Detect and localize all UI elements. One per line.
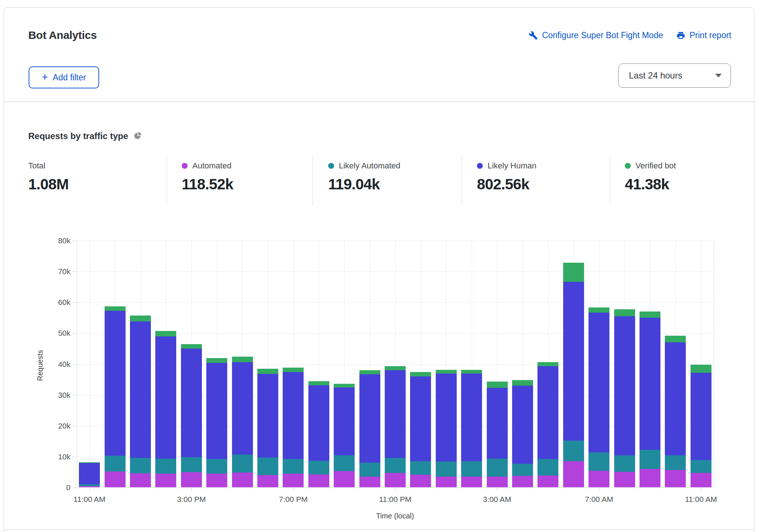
- bar-segment-automated: [640, 469, 660, 487]
- bar-segment-likely-automated: [359, 463, 380, 477]
- bar-segment-verified-bot: [257, 369, 278, 374]
- chart-bar-10-00-pm[interactable]: [359, 370, 380, 487]
- page-title: Bot Analytics: [28, 29, 97, 41]
- bar-segment-likely-human: [512, 386, 533, 464]
- bar-segment-likely-automated: [308, 461, 329, 474]
- bar-segment-automated: [79, 486, 100, 487]
- bar-segment-likely-human: [79, 463, 100, 484]
- bar-segment-verified-bot: [410, 372, 431, 376]
- chart-bar-9-00-pm[interactable]: [334, 384, 355, 487]
- bar-segment-likely-human: [410, 376, 431, 461]
- bar-segment-verified-bot: [130, 316, 151, 321]
- bar-segment-automated: [665, 470, 686, 487]
- stat-value-total: 1.08M: [28, 176, 69, 193]
- y-tick: [72, 333, 77, 334]
- chart-bar-12-00-am[interactable]: [410, 372, 431, 487]
- stat-verified-bot[interactable]: Verified bot41.38k: [625, 161, 676, 193]
- print-report-link[interactable]: Print report: [676, 30, 731, 40]
- bar-segment-likely-human: [385, 370, 406, 458]
- bar-segment-likely-automated: [130, 458, 151, 473]
- stat-automated[interactable]: Automated118.52k: [182, 161, 233, 193]
- x-tick-label: 11:00 AM: [685, 495, 717, 504]
- bar-segment-likely-automated: [105, 456, 126, 471]
- bar-segment-likely-human: [334, 387, 355, 455]
- chart-bar-6-00-pm[interactable]: [257, 369, 278, 487]
- y-tick-label: 50k: [58, 329, 70, 338]
- chart-bar-3-00-am[interactable]: [487, 382, 508, 487]
- bar-segment-likely-human: [232, 362, 253, 455]
- x-tick-label: 11:00 AM: [73, 495, 105, 504]
- bar-segment-likely-human: [181, 349, 202, 457]
- chart-bar-1-00-am[interactable]: [436, 370, 457, 487]
- chart-bar-7-00-pm[interactable]: [283, 368, 304, 487]
- bar-segment-verified-bot: [588, 307, 609, 312]
- chart-bar-11-00-am[interactable]: [691, 365, 711, 487]
- stat-likely-automated[interactable]: Likely Automated119.04k: [328, 161, 401, 193]
- y-tick-label: 30k: [58, 391, 70, 400]
- stat-value-likely-human: 802.56k: [477, 176, 536, 193]
- stat-label-verified-bot: Verified bot: [635, 161, 676, 171]
- chart-bar-8-00-am[interactable]: [614, 309, 635, 487]
- chart-bar-11-00-pm[interactable]: [385, 366, 406, 487]
- bar-segment-verified-bot: [614, 309, 635, 316]
- bar-segment-likely-human: [665, 342, 686, 455]
- bar-segment-likely-human: [105, 311, 126, 456]
- bar-segment-automated: [232, 473, 253, 487]
- bar-segment-verified-bot: [181, 344, 202, 349]
- bar-segment-likely-automated: [512, 464, 533, 476]
- configure-super-bot-fight-mode-link[interactable]: Configure Super Bot Fight Mode: [529, 30, 663, 40]
- stat-likely-human[interactable]: Likely Human802.56k: [477, 161, 536, 193]
- bar-segment-likely-automated: [155, 459, 176, 474]
- bar-segment-likely-automated: [665, 455, 686, 470]
- chart-bar-2-00-am[interactable]: [461, 370, 482, 487]
- bar-segment-verified-bot: [359, 370, 380, 374]
- bar-segment-likely-automated: [410, 461, 431, 475]
- configure-link-label: Configure Super Bot Fight Mode: [542, 30, 663, 40]
- bar-segment-verified-bot: [206, 358, 227, 363]
- stat-divider: [312, 154, 313, 206]
- bar-segment-likely-human: [436, 374, 457, 462]
- print-link-label: Print report: [689, 30, 731, 40]
- chart-bar-6-00-am[interactable]: [563, 263, 584, 487]
- bar-segment-likely-automated: [537, 459, 558, 475]
- y-tick-label: 10k: [58, 452, 70, 461]
- plot-edge: [77, 241, 77, 488]
- chart-bar-4-00-am[interactable]: [512, 380, 533, 487]
- bar-segment-verified-bot: [232, 357, 253, 362]
- chart-bar-3-00-pm[interactable]: [181, 344, 202, 487]
- bar-segment-likely-automated: [563, 441, 584, 461]
- bar-segment-verified-bot: [665, 336, 686, 342]
- chart-bar-9-00-am[interactable]: [640, 311, 660, 487]
- time-range-select[interactable]: Last 24 hours: [618, 63, 731, 88]
- chart-bar-4-00-pm[interactable]: [206, 358, 227, 487]
- chart-bar-5-00-pm[interactable]: [232, 357, 253, 487]
- gridline-v: [90, 241, 90, 488]
- x-tick-label: 3:00 PM: [177, 495, 206, 504]
- chart-bar-1-00-pm[interactable]: [130, 316, 151, 487]
- add-filter-button[interactable]: + Add filter: [29, 66, 99, 88]
- bar-segment-likely-automated: [614, 455, 635, 472]
- x-tick-label: 7:00 PM: [279, 495, 308, 504]
- chart-bar-11-00-am[interactable]: [79, 462, 100, 487]
- x-axis-title: Time (local): [376, 512, 414, 520]
- bar-segment-automated: [359, 477, 380, 487]
- legend-dot-likely-human: [477, 163, 483, 169]
- bar-segment-automated: [487, 477, 508, 487]
- y-tick-label: 80k: [58, 236, 70, 245]
- y-tick: [72, 395, 77, 396]
- bar-segment-likely-human: [588, 313, 609, 452]
- bar-segment-likely-automated: [385, 458, 406, 473]
- chart-bar-10-00-am[interactable]: [665, 336, 686, 487]
- x-tick-label: 7:00 AM: [585, 495, 613, 504]
- chart-bar-8-00-pm[interactable]: [308, 381, 329, 487]
- chart-bar-5-00-am[interactable]: [537, 362, 558, 487]
- section-bottom-divider: [4, 529, 754, 530]
- bar-segment-automated: [155, 474, 176, 487]
- y-tick-label: 20k: [58, 422, 70, 430]
- bar-segment-automated: [334, 471, 355, 487]
- chart-bar-7-00-am[interactable]: [588, 307, 609, 487]
- bar-segment-likely-automated: [691, 460, 711, 473]
- chart-bar-2-00-pm[interactable]: [155, 331, 176, 487]
- bar-segment-verified-bot: [105, 306, 126, 311]
- chart-bar-12-00-pm[interactable]: [105, 306, 126, 487]
